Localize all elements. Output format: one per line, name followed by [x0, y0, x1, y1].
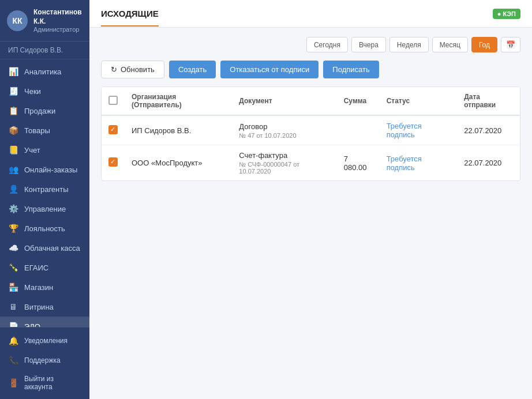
reject-label: Отказаться от подписи — [230, 65, 309, 74]
sidebar-label-egais: ЕГАИС — [24, 264, 48, 272]
main-area: ИСХОДЯЩИЕ ● КЭП СегодняВчераНеделяМесяцГ… — [89, 0, 532, 399]
checks-icon: 🧾 — [8, 86, 18, 96]
sidebar-header: КК Константинов К.К. Администратор — [0, 0, 89, 42]
filter-yesterday-button[interactable]: Вчера — [351, 37, 386, 52]
goods-icon: 📦 — [8, 125, 18, 135]
doc-name-1: Счет-фактура — [239, 151, 329, 160]
sidebar-item-cloud-cash[interactable]: ☁️ Облачная касса — [0, 238, 89, 258]
sidebar-label-checks: Чеки — [24, 87, 41, 96]
loyalty-icon: 🏆 — [8, 223, 18, 234]
table-header-row: Организация (Отправитель) Документ Сумма… — [102, 87, 520, 115]
row-amount-1: 7 080.00 — [337, 145, 380, 181]
support-icon: 📞 — [8, 355, 18, 366]
filter-today-button[interactable]: Сегодня — [306, 37, 348, 52]
row-org-1: ООО «МосПродукт» — [125, 145, 232, 181]
notifications-icon: 🔔 — [8, 336, 18, 346]
kep-badge[interactable]: ● КЭП — [493, 9, 520, 19]
row-checkbox-0[interactable] — [108, 125, 118, 134]
sidebar-item-checks[interactable]: 🧾 Чеки — [0, 81, 89, 101]
sidebar-label-goods: Товары — [24, 126, 50, 135]
col-org: Организация (Отправитель) — [125, 87, 232, 115]
row-doc-0: Договор № 47 от 10.07.2020 — [232, 115, 336, 145]
sidebar-item-contractors[interactable]: 👤 Контрагенты — [0, 179, 89, 199]
sidebar-item-logout[interactable]: 🚪 Выйти из аккаунта — [0, 370, 89, 396]
select-all-checkbox[interactable] — [108, 96, 118, 105]
online-orders-icon: 👥 — [8, 164, 18, 175]
topbar: ИСХОДЯЩИЕ ● КЭП — [89, 0, 532, 28]
row-checkbox-cell-0 — [102, 115, 125, 145]
accounting-icon: 📒 — [8, 145, 18, 155]
col-amount: Сумма — [337, 87, 380, 115]
shop-icon: 🏪 — [8, 282, 18, 292]
sidebar-item-shop[interactable]: 🏪 Магазин — [0, 277, 89, 297]
col-date: Дата отправки — [457, 87, 520, 115]
row-doc-1: Счет-фактура № СЧФ-00000047 от 10.07.202… — [232, 145, 336, 181]
logout-icon: 🚪 — [8, 378, 18, 388]
filter-bar: СегодняВчераНеделяМесяцГод📅 — [101, 37, 520, 52]
sidebar-item-sales[interactable]: 📋 Продажи — [0, 101, 89, 121]
sales-icon: 📋 — [8, 106, 18, 116]
filter-week-button[interactable]: Неделя — [389, 37, 429, 52]
reject-button[interactable]: Отказаться от подписи — [220, 61, 319, 78]
sidebar-label-logout: Выйти из аккаунта — [24, 375, 81, 391]
sidebar-item-support[interactable]: 📞 Поддержка — [0, 351, 89, 370]
table-row: ИП Сидоров В.В. Договор № 47 от 10.07.20… — [102, 115, 520, 145]
col-status: Статус — [380, 87, 458, 115]
sidebar-item-egais[interactable]: 🍾 ЕГАИС — [0, 258, 89, 277]
col-checkbox — [102, 87, 125, 115]
sidebar-item-online-orders[interactable]: 👥 Онлайн-заказы — [0, 160, 89, 179]
sidebar-item-edo[interactable]: 📄 ЭДО — [0, 317, 89, 327]
sidebar-label-edo: ЭДО — [24, 322, 40, 327]
sidebar-label-management: Управление — [24, 205, 66, 213]
sidebar-item-notifications[interactable]: 🔔 Уведомления — [0, 331, 89, 351]
row-org-0: ИП Сидоров В.В. — [125, 115, 232, 145]
showcase-icon: 🖥 — [8, 302, 18, 312]
create-label: Создать — [178, 65, 207, 74]
status-link-1[interactable]: Требуется подпись — [387, 155, 422, 172]
sidebar-label-notifications: Уведомления — [24, 337, 68, 345]
sidebar-label-accounting: Учет — [24, 146, 40, 155]
sidebar-label-sales: Продажи — [24, 107, 55, 115]
sidebar-item-showcase[interactable]: 🖥 Витрина — [0, 297, 89, 317]
doc-name-0: Договор — [239, 122, 329, 131]
row-checkbox-cell-1 — [102, 145, 125, 181]
cloud-cash-icon: ☁️ — [8, 243, 18, 253]
sidebar-item-goods[interactable]: 📦 Товары — [0, 121, 89, 140]
sidebar-label-analytics: Аналитика — [24, 67, 61, 76]
sidebar-bottom: 🔔 Уведомления 📞 Поддержка 🚪 Выйти из акк… — [0, 327, 89, 399]
management-icon: ⚙️ — [8, 204, 18, 214]
sidebar-nav: 📊 Аналитика 🧾 Чеки 📋 Продажи 📦 Товары 📒 … — [0, 59, 89, 327]
sidebar-item-management[interactable]: ⚙️ Управление — [0, 199, 89, 219]
row-status-1: Требуется подпись — [380, 145, 458, 181]
user-role: Администратор — [33, 26, 83, 33]
sidebar-item-analytics[interactable]: 📊 Аналитика — [0, 62, 89, 81]
sidebar-item-loyalty[interactable]: 🏆 Лояльность — [0, 219, 89, 238]
calendar-button[interactable]: 📅 — [501, 37, 520, 52]
filter-month-button[interactable]: Месяц — [432, 37, 468, 52]
doc-sub-0: № 47 от 10.07.2020 — [239, 132, 329, 139]
edo-icon: 📄 — [8, 321, 18, 327]
analytics-icon: 📊 — [8, 66, 18, 77]
sidebar-label-shop: Магазин — [24, 283, 53, 292]
sidebar-label-cloud-cash: Облачная касса — [24, 244, 80, 253]
sign-label: Подписать — [332, 65, 369, 74]
create-button[interactable]: Создать — [169, 61, 216, 78]
sign-button[interactable]: Подписать — [323, 61, 379, 78]
avatar: КК — [7, 10, 28, 31]
user-info: Константинов К.К. Администратор — [33, 8, 83, 33]
row-checkbox-1[interactable] — [108, 157, 118, 167]
refresh-icon: ↻ — [111, 65, 117, 74]
row-status-0: Требуется подпись — [380, 115, 458, 145]
egais-icon: 🍾 — [8, 262, 18, 273]
sidebar-item-accounting[interactable]: 📒 Учет — [0, 140, 89, 160]
row-date-0: 22.07.2020 — [457, 115, 520, 145]
row-date-1: 22.07.2020 — [457, 145, 520, 181]
refresh-button[interactable]: ↻ Обновить — [101, 61, 164, 78]
content-area: СегодняВчераНеделяМесяцГод📅 ↻ Обновить С… — [89, 28, 532, 399]
sidebar-label-loyalty: Лояльность — [24, 224, 65, 233]
sidebar-org: ИП Сидоров В.В. — [0, 42, 89, 59]
status-link-0[interactable]: Требуется подпись — [387, 122, 422, 139]
contractors-icon: 👤 — [8, 184, 18, 194]
documents-table: Организация (Отправитель) Документ Сумма… — [101, 86, 520, 181]
filter-year-button[interactable]: Год — [471, 37, 497, 52]
